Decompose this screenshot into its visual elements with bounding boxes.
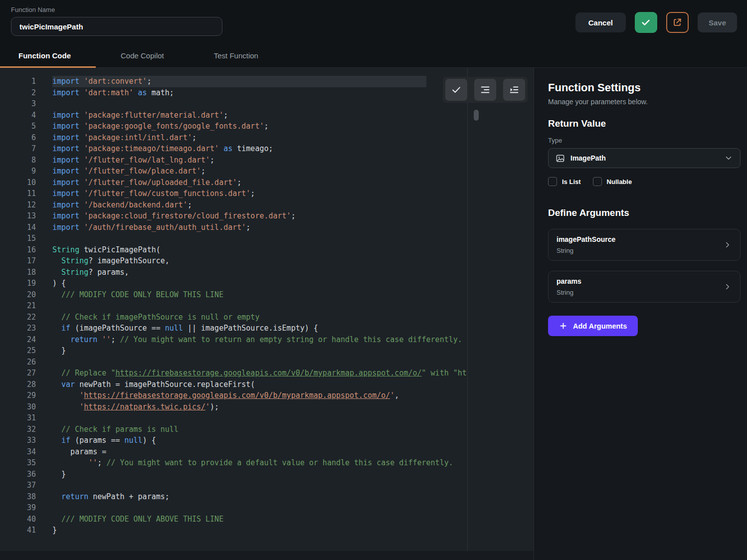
code-token: /// MODIFY CODE ONLY BELOW THIS LINE [61, 290, 223, 299]
code-line[interactable]: } [52, 525, 467, 536]
code-token [52, 515, 61, 524]
is-list-checkbox[interactable]: Is List [548, 177, 581, 186]
code-line[interactable]: import 'package:flutter/material.dart'; [52, 110, 467, 121]
code-line[interactable]: if (imagePathSource == null || imagePath… [52, 323, 467, 334]
indent-icon [509, 84, 520, 95]
code-line[interactable]: import 'package:google_fonts/google_font… [52, 121, 467, 132]
tab-code-copilot[interactable]: Code Copilot [96, 45, 189, 68]
code-line[interactable] [52, 480, 467, 491]
code-line[interactable]: return newPath + params; [52, 491, 467, 503]
code-line[interactable]: import 'package:cloud_firestore/cloud_fi… [52, 210, 467, 222]
argument-card-imagePathSource[interactable]: imagePathSource String [548, 229, 741, 261]
save-button[interactable]: Save [698, 12, 737, 32]
code-line[interactable] [52, 300, 467, 312]
code-line[interactable]: if (params == null) { [52, 435, 467, 446]
code-line[interactable]: ) { [52, 278, 467, 289]
code-token [52, 369, 61, 377]
code-token: , [394, 391, 399, 400]
function-name-input[interactable] [11, 17, 222, 36]
code-scroll-area[interactable]: 1234567891011121314151617181920212223242… [0, 68, 468, 551]
code-line[interactable] [52, 233, 467, 244]
cancel-button[interactable]: Cancel [575, 12, 626, 32]
confirm-button[interactable] [635, 12, 657, 33]
line-number: 21 [0, 300, 36, 312]
code-line[interactable] [52, 412, 467, 424]
line-number: 25 [0, 345, 36, 357]
code-line[interactable]: /// MODIFY CODE ONLY BELOW THIS LINE [52, 289, 467, 301]
code-line[interactable]: import '/auth/firebase_auth/auth_util.da… [52, 222, 467, 233]
code-token: import [52, 111, 79, 120]
code-line[interactable]: import 'package:intl/intl.dart'; [52, 132, 467, 144]
add-arguments-button[interactable]: Add Arguments [548, 316, 638, 336]
code-editor[interactable]: 1234567891011121314151617181920212223242… [0, 68, 534, 560]
code-line[interactable]: import '/flutter_flow/lat_lng.dart'; [52, 155, 467, 166]
code-line[interactable]: } [52, 469, 467, 480]
return-type-dropdown[interactable]: ImagePath [548, 148, 741, 168]
code-lines[interactable]: import 'dart:convert';import 'dart:math'… [47, 68, 467, 551]
code-token: ; [223, 111, 228, 120]
code-line[interactable]: import '/flutter_flow/custom_functions.d… [52, 188, 467, 199]
tab-function-code[interactable]: Function Code [0, 45, 96, 68]
code-token: '/flutter_flow/place.dart' [84, 167, 201, 176]
code-token: import [52, 167, 79, 176]
code-token: ; [237, 178, 241, 187]
code-token: || imagePathSource.isEmpty) { [183, 324, 318, 333]
code-line[interactable]: import '/flutter_flow/place.dart'; [52, 166, 467, 177]
code-line[interactable]: String? imagePathSource, [52, 255, 467, 267]
line-number: 30 [0, 401, 36, 413]
line-number: 6 [0, 132, 36, 144]
line-number: 28 [0, 379, 36, 390]
checkbox-box[interactable] [593, 177, 602, 186]
tab-test-function[interactable]: Test Function [189, 45, 283, 68]
code-token: import [52, 77, 79, 86]
apply-code-button[interactable] [445, 79, 467, 101]
line-number: 22 [0, 312, 36, 323]
code-token: ; [250, 189, 255, 198]
top-bar: Function Name Cancel Save [0, 0, 747, 45]
argument-card-params[interactable]: params String [548, 271, 741, 303]
code-line[interactable] [52, 357, 467, 368]
format-code-button[interactable] [474, 79, 496, 101]
code-line[interactable]: // Check if params is null [52, 424, 467, 435]
code-line[interactable]: import '/flutter_flow/uploaded_file.dart… [52, 177, 467, 188]
code-line[interactable]: import '/backend/backend.dart'; [52, 199, 467, 211]
editor-horizontal-scrollbar[interactable] [0, 551, 534, 560]
line-number: 31 [0, 412, 36, 424]
code-line[interactable]: /// MODIFY CODE ONLY ABOVE THIS LINE [52, 514, 467, 525]
code-line[interactable]: 'https://firebasestorage.googleapis.com/… [52, 390, 467, 401]
code-token [52, 425, 61, 434]
code-token: 'package:flutter/material.dart' [84, 111, 223, 120]
nullable-checkbox[interactable]: Nullable [593, 177, 632, 186]
code-line[interactable]: // Check if imagePathSource is null or e… [52, 312, 467, 323]
code-line[interactable]: import 'dart:convert'; [52, 76, 426, 87]
code-line[interactable]: params = [52, 446, 467, 458]
checkbox-box[interactable] [548, 177, 557, 186]
code-token: ; [201, 167, 205, 176]
line-number: 34 [0, 446, 36, 458]
code-line[interactable]: return ''; // You might want to return a… [52, 334, 467, 346]
code-token [219, 144, 223, 153]
open-external-button[interactable] [666, 12, 689, 33]
code-line[interactable]: import 'dart:math' as math; [52, 87, 467, 99]
code-line[interactable]: } [52, 345, 467, 357]
line-number: 23 [0, 323, 36, 334]
code-line[interactable]: // Replace "https://firebasestorage.goog… [52, 368, 467, 379]
editor-scrollbar-thumb[interactable] [474, 110, 479, 121]
code-token: '' [102, 335, 111, 344]
indent-code-button[interactable] [503, 79, 525, 101]
code-line[interactable]: ''; // You might want to provide a defau… [52, 457, 467, 469]
code-token: '' [88, 458, 97, 467]
code-line[interactable] [52, 502, 467, 514]
code-line[interactable] [52, 98, 467, 110]
code-token: /// MODIFY CODE ONLY ABOVE THIS LINE [61, 515, 223, 524]
code-line[interactable]: var newPath = imagePathSource.replaceFir… [52, 379, 467, 390]
code-line[interactable]: import 'package:timeago/timeago.dart' as… [52, 143, 467, 155]
code-token: newPath = imagePathSource.replaceFirst( [75, 380, 255, 389]
code-line[interactable]: String? params, [52, 267, 467, 278]
code-line[interactable]: String twicPicImagePath( [52, 244, 467, 256]
code-line[interactable]: 'https://natparks.twic.pics/'); [52, 401, 467, 413]
code-token: // You might want to provide a default v… [106, 458, 453, 467]
code-token [52, 391, 79, 400]
code-token: import [52, 189, 79, 198]
code-token [52, 256, 61, 265]
